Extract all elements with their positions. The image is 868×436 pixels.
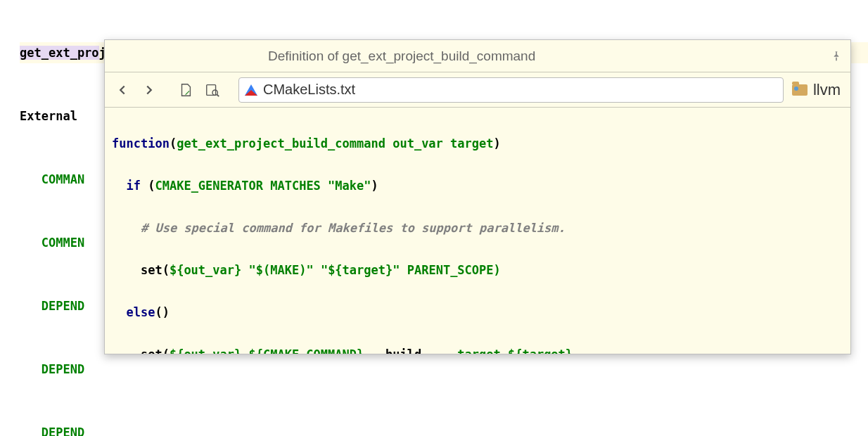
code-line: DEPEND [20, 359, 868, 380]
popup-code[interactable]: function(get_ext_project_build_command o… [105, 108, 850, 354]
code-line: # Use special command for Makefiles to s… [112, 217, 843, 238]
definition-popup: Definition of get_ext_project_build_comm… [104, 39, 851, 354]
find-usages-button[interactable] [202, 79, 223, 101]
file-path-box[interactable]: CMakeLists.txt [238, 77, 784, 103]
project-root-label: llvm [813, 81, 841, 99]
code-line: set(${out_var} ${CMAKE_COMMAND} --build … [112, 344, 843, 354]
popup-toolbar: CMakeLists.txt llvm [105, 72, 850, 108]
file-path-text: CMakeLists.txt [263, 82, 355, 98]
pin-icon[interactable] [829, 49, 843, 63]
code-line: DEPEND [20, 422, 868, 436]
cmake-file-icon [245, 84, 257, 96]
forward-button[interactable] [139, 79, 160, 101]
svg-point-1 [212, 90, 217, 95]
popup-header: Definition of get_ext_project_build_comm… [105, 40, 850, 72]
code-line: function(get_ext_project_build_command o… [112, 133, 843, 154]
code-line: set(${out_var} "$(MAKE)" "${target}" PAR… [112, 259, 843, 281]
popup-title: Definition of get_ext_project_build_comm… [268, 49, 535, 64]
project-root[interactable]: llvm [789, 81, 843, 99]
folder-icon [792, 84, 808, 96]
back-button[interactable] [112, 79, 133, 101]
code-line: if (CMAKE_GENERATOR MATCHES "Make") [112, 175, 843, 196]
edit-source-button[interactable] [175, 79, 196, 101]
code-line: else() [112, 302, 843, 323]
